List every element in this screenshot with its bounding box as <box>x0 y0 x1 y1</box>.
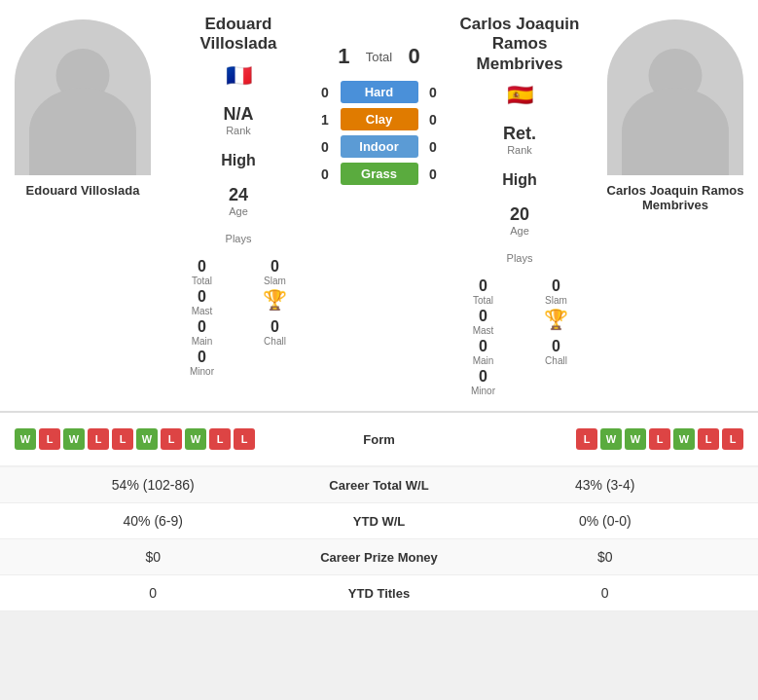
stats-right-0: 43% (3-4) <box>467 477 744 493</box>
surface-badge-indoor: Indoor <box>341 135 418 158</box>
total-label: Total <box>366 50 392 64</box>
right-slam-cell: 0 Slam <box>524 277 588 306</box>
right-minor-value: 0 <box>479 368 487 386</box>
stats-label-2: Career Prize Money <box>292 550 467 565</box>
right-form-badge-1: W <box>600 428 622 450</box>
surface-row-clay: 1 Clay 0 <box>318 108 441 130</box>
surface-row-hard: 0 Hard 0 <box>318 81 441 103</box>
left-high-value: High <box>221 152 256 169</box>
left-rank-value: N/A <box>170 104 307 125</box>
right-trophy-icon: 🏆 <box>544 308 568 331</box>
left-form-badge-7: W <box>185 428 206 450</box>
surface-row-indoor: 0 Indoor 0 <box>318 135 441 158</box>
right-slam-value: 0 <box>552 277 560 295</box>
left-form-badge-5: W <box>136 428 158 450</box>
surface-badge-clay: Clay <box>341 108 418 130</box>
left-chall-label: Chall <box>264 336 286 347</box>
surface-score-left: 0 <box>318 139 333 155</box>
left-player-name-photo: Edouard Villoslada <box>26 183 140 198</box>
left-main-cell: 0 Main <box>170 318 234 347</box>
left-player-stats: Edouard Villoslada 🇫🇷 N/A Rank High 24 A… <box>165 10 311 401</box>
right-plays-block: Plays <box>507 252 533 264</box>
left-form-badge-6: L <box>161 428 182 450</box>
stats-left-0: 54% (102-86) <box>15 477 292 493</box>
left-avatar <box>15 19 151 175</box>
right-total-label: Total <box>473 295 493 306</box>
left-high-block: High <box>221 152 256 169</box>
surface-rows: 0 Hard 0 1 Clay 0 0 Indoor 0 0 Grass 0 <box>311 81 447 185</box>
main-container: Edouard Villoslada Edouard Villoslada 🇫🇷… <box>0 0 758 611</box>
stats-left-2: $0 <box>15 549 292 565</box>
right-form-badge-3: L <box>649 428 670 450</box>
right-main-label: Main <box>473 355 494 366</box>
right-plays-label: Plays <box>507 252 533 264</box>
left-trophy-icon: 🏆 <box>263 288 287 312</box>
left-mast-value: 0 <box>198 288 206 306</box>
right-minor-label: Minor <box>471 386 495 396</box>
right-chall-cell: 0 Chall <box>524 338 588 366</box>
left-rank-label: Rank <box>170 125 307 136</box>
right-mast-label: Mast <box>473 325 494 336</box>
form-row: WLWLLWLWLL Form LWWLWLL <box>15 423 743 456</box>
left-mast-label: Mast <box>192 306 213 316</box>
right-form-badge-2: W <box>625 428 646 450</box>
left-mast-cell: 0 Mast <box>170 288 234 316</box>
left-chall-value: 0 <box>271 318 279 336</box>
center-section: 1 Total 0 0 Hard 0 1 Clay 0 0 Indoor 0 0… <box>311 10 447 401</box>
surface-badge-hard: Hard <box>341 81 418 103</box>
left-form-badge-1: L <box>39 428 60 450</box>
right-rank-block: Ret. Rank <box>451 124 588 156</box>
left-total-value: 0 <box>198 258 206 276</box>
left-trophy-cell: 🏆 <box>243 288 307 316</box>
right-mast-value: 0 <box>479 308 487 325</box>
surface-row-grass: 0 Grass 0 <box>318 163 441 185</box>
left-age-block: 24 Age <box>170 185 307 217</box>
stats-right-2: $0 <box>467 549 744 565</box>
left-stats-grid: 0 Total 0 Slam 0 Mast 🏆 0 Main <box>170 258 307 377</box>
right-slam-label: Slam <box>545 295 567 306</box>
left-avatar-body <box>29 88 136 175</box>
score-right: 0 <box>402 44 426 69</box>
left-chall-cell: 0 Chall <box>243 318 307 347</box>
left-minor-label: Minor <box>190 366 214 377</box>
right-player-stats: Carlos Joaquin Ramos Membrives 🇪🇸 Ret. R… <box>447 10 593 401</box>
left-total-cell: 0 Total <box>170 258 234 286</box>
right-avatar <box>607 19 743 175</box>
right-high-block: High <box>502 171 537 189</box>
right-age-label: Age <box>451 225 588 237</box>
left-form-badge-8: L <box>209 428 231 450</box>
stats-label-3: YTD Titles <box>292 586 467 601</box>
stats-label-1: YTD W/L <box>292 514 467 529</box>
surface-score-left: 0 <box>318 85 333 100</box>
right-main-cell: 0 Main <box>451 338 515 366</box>
right-chall-label: Chall <box>545 355 567 366</box>
surface-score-right: 0 <box>426 139 441 155</box>
stats-row-0: 54% (102-86) Career Total W/L 43% (3-4) <box>0 467 758 503</box>
left-minor-value: 0 <box>198 349 206 366</box>
stats-label-0: Career Total W/L <box>292 478 467 493</box>
form-section: WLWLLWLWLL Form LWWLWLL <box>0 412 758 465</box>
stats-section: 54% (102-86) Career Total W/L 43% (3-4) … <box>0 467 758 611</box>
right-form-badge-6: L <box>722 428 743 450</box>
surface-score-right: 0 <box>426 166 441 182</box>
right-form-badge-5: L <box>698 428 719 450</box>
right-rank-label: Rank <box>451 144 588 156</box>
player-comparison: Edouard Villoslada Edouard Villoslada 🇫🇷… <box>0 0 758 412</box>
right-form-badge-0: L <box>576 428 597 450</box>
right-avatar-body <box>622 88 729 175</box>
left-form-badge-0: W <box>15 428 36 450</box>
surface-score-left: 1 <box>318 112 333 128</box>
left-slam-label: Slam <box>264 276 286 286</box>
right-mast-cell: 0 Mast <box>451 308 515 336</box>
score-total-row: 1 Total 0 <box>332 44 426 69</box>
right-age-value: 20 <box>451 204 588 225</box>
stats-row-3: 0 YTD Titles 0 <box>0 575 758 611</box>
stats-right-1: 0% (0-0) <box>467 513 744 529</box>
left-flag: 🇫🇷 <box>226 63 252 89</box>
right-main-value: 0 <box>479 338 487 355</box>
right-player-name-photo: Carlos Joaquin Ramos Membrives <box>597 183 753 212</box>
left-rank-block: N/A Rank <box>170 104 307 136</box>
left-player-photo: Edouard Villoslada <box>0 10 165 401</box>
left-slam-cell: 0 Slam <box>243 258 307 286</box>
left-main-label: Main <box>192 336 213 347</box>
